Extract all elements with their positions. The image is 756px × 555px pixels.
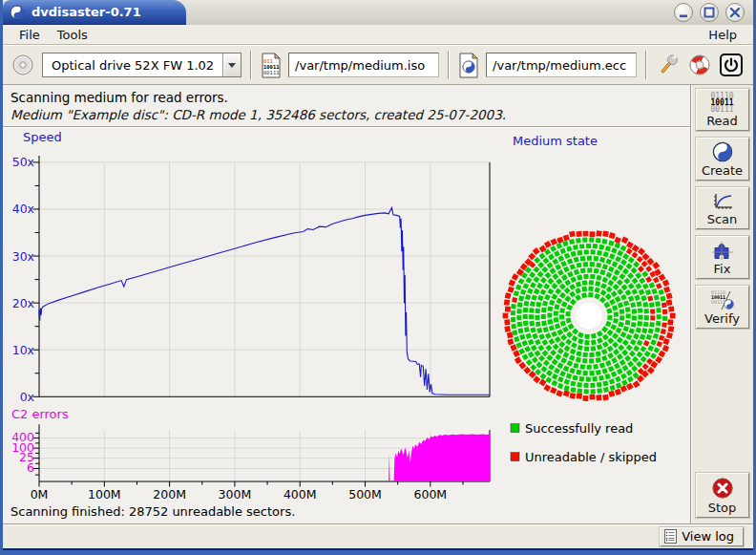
charts-svg: 0x10x20x30x40x50x6251004000M100M200M300M…	[3, 127, 690, 504]
svg-text:40x: 40x	[12, 202, 34, 216]
help-lifesaver-button[interactable]	[687, 53, 712, 77]
main-panel: Scanning medium for read errors. Medium …	[3, 85, 690, 523]
svg-text:00111: 00111	[711, 299, 725, 305]
image-file-input[interactable]: /var/tmp/medium.iso	[288, 53, 439, 77]
svg-text:400: 400	[11, 430, 34, 444]
svg-text:C2 errors: C2 errors	[11, 407, 69, 421]
read-icon: 01110 10011 00111	[710, 93, 733, 113]
quit-button[interactable]	[719, 53, 744, 77]
app-icon	[10, 5, 25, 20]
chevron-down-icon	[228, 63, 236, 72]
power-icon	[719, 53, 744, 77]
ecc-file-input[interactable]: /var/tmp/medium.ecc	[486, 53, 637, 77]
view-log-label: View log	[682, 529, 734, 544]
menu-tools[interactable]: Tools	[49, 27, 96, 43]
puzzle-icon	[711, 240, 734, 261]
titlebar-tab[interactable]: dvdisaster-0.71	[3, 0, 186, 25]
svg-text:30x: 30x	[12, 249, 34, 264]
charts-area: 0x10x20x30x40x50x6251004000M100M200M300M…	[3, 127, 690, 504]
menu-file[interactable]: File	[10, 27, 49, 43]
status-line-1: Scanning medium for read errors.	[10, 90, 682, 105]
image-file-icon: 011 10011 00111	[261, 53, 282, 78]
svg-text:Unreadable / skipped: Unreadable / skipped	[525, 450, 657, 464]
verify-label: Verify	[704, 311, 740, 326]
status-line-2: Medium "Example disc": CD-R mode 1, 3524…	[10, 107, 682, 122]
svg-text:400M: 400M	[284, 487, 317, 502]
toolbar-separator	[250, 51, 252, 79]
svg-text:600M: 600M	[414, 487, 448, 502]
statusbar: View log	[3, 523, 753, 548]
drive-selector-value: Optical drive 52X FW 1.02	[43, 53, 222, 76]
svg-text:00111: 00111	[263, 70, 280, 75]
scan-label: Scan	[707, 212, 738, 226]
svg-text:10x: 10x	[12, 343, 34, 357]
svg-text:300M: 300M	[219, 487, 252, 502]
status-block: Scanning medium for read errors. Medium …	[3, 85, 690, 127]
verify-button[interactable]: 01110 10011 00111 Verify	[696, 286, 749, 329]
scan-chart-icon	[711, 192, 734, 211]
scan-button[interactable]: Scan	[696, 187, 749, 229]
read-button[interactable]: 01110 10011 00111 Read	[696, 89, 749, 131]
create-label: Create	[702, 163, 743, 178]
yin-yang-icon	[712, 141, 733, 162]
toolbar-separator	[645, 51, 647, 79]
svg-text:Successfully read: Successfully read	[525, 421, 633, 436]
verify-icon: 01110 10011 00111	[710, 289, 735, 310]
log-icon	[664, 529, 677, 544]
stop-button[interactable]: Stop	[696, 473, 749, 518]
menubar: File Tools Help	[3, 25, 753, 45]
window-title: dvdisaster-0.71	[32, 5, 141, 19]
drive-selector[interactable]: Optical drive 52X FW 1.02	[42, 53, 242, 77]
minimize-icon	[675, 4, 692, 21]
read-label: Read	[706, 114, 738, 128]
svg-text:20x: 20x	[12, 296, 34, 310]
svg-text:200M: 200M	[153, 487, 186, 502]
svg-text:0M: 0M	[31, 487, 49, 502]
titlebar[interactable]: dvdisaster-0.71	[3, 0, 753, 25]
drive-icon-button[interactable]	[10, 53, 35, 77]
lifesaver-icon	[687, 53, 712, 77]
maximize-icon	[701, 4, 718, 21]
content-area: Scanning medium for read errors. Medium …	[3, 85, 753, 523]
fix-button[interactable]: Fix	[696, 236, 749, 279]
cd-drive-icon	[10, 53, 35, 77]
finished-status: Scanning finished: 28752 unreadable sect…	[3, 504, 690, 523]
close-button[interactable]	[725, 3, 745, 22]
close-icon	[726, 4, 744, 21]
window-bottom-border	[3, 548, 753, 555]
action-sidebar: 01110 10011 00111 Read Create Scan	[690, 85, 753, 523]
toolbar: Optical drive 52X FW 1.02 011 10011 0011…	[3, 45, 753, 85]
view-log-button[interactable]: View log	[660, 527, 744, 546]
svg-text:Speed: Speed	[23, 130, 62, 144]
stop-icon	[711, 477, 734, 500]
drive-selector-arrow[interactable]	[222, 53, 241, 76]
svg-text:500M: 500M	[348, 487, 382, 502]
fix-label: Fix	[714, 262, 731, 276]
create-button[interactable]: Create	[696, 138, 749, 181]
ecc-file-icon	[458, 53, 479, 78]
svg-text:0x: 0x	[20, 390, 34, 404]
svg-text:Medium state: Medium state	[513, 134, 598, 148]
svg-text:100M: 100M	[88, 487, 121, 502]
preferences-button[interactable]	[656, 53, 681, 77]
menu-help[interactable]: Help	[700, 27, 746, 43]
svg-text:50x: 50x	[12, 155, 34, 169]
wrench-icon	[656, 53, 681, 77]
app-window: dvdisaster-0.71 File Tools Help	[0, 0, 756, 555]
minimize-button[interactable]	[674, 3, 693, 22]
toolbar-separator	[448, 51, 450, 79]
maximize-button[interactable]	[700, 3, 719, 22]
stop-label: Stop	[708, 501, 737, 515]
